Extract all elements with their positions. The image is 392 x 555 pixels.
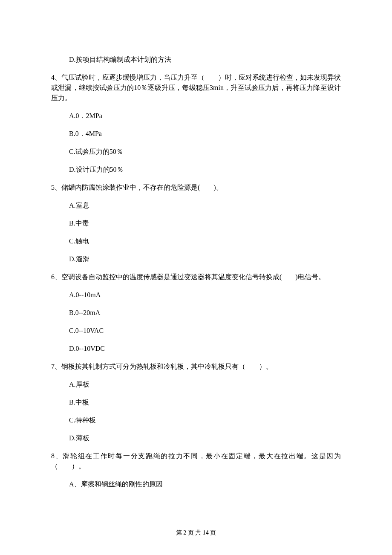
question-4-option-b: B.0．4MPa (69, 129, 341, 139)
page-container: D.按项目结构编制成本计划的方法 4、气压试验时，应逐步缓慢增压力，当压力升至（… (0, 0, 392, 555)
question-5-option-c: C.触电 (69, 236, 341, 246)
question-6-option-b: B.0--20mA (69, 308, 341, 318)
question-5-option-d: D.溜滑 (69, 254, 341, 264)
question-4-option-d: D.设计压力的50％ (69, 165, 341, 175)
question-6-stem: 6、空调设备自动监控中的温度传感器是通过变送器将其温度变化信号转换成( )电信号… (51, 272, 341, 282)
question-4-option-c: C.试验压力的50％ (69, 147, 341, 157)
question-7-stem: 7、钢板按其轧制方式可分为热轧板和冷轧板，其中冷轧板只有（ ）。 (51, 361, 341, 372)
question-6-option-a: A.0--10mA (69, 290, 341, 300)
question-3-option-d: D.按项目结构编制成本计划的方法 (69, 55, 341, 65)
question-5-option-b: B.中毒 (69, 218, 341, 228)
question-7-option-a: A.厚板 (69, 379, 341, 390)
question-6-option-d: D.0--10VDC (69, 344, 341, 354)
question-7-option-c: C.特种板 (69, 415, 341, 425)
question-8-option-a: A、摩擦和钢丝绳的刚性的原因 (69, 479, 341, 489)
question-5-option-a: A.室息 (69, 200, 341, 211)
question-5-stem: 5、储罐内防腐蚀涂装作业中，不存在的危险源是( )。 (51, 182, 341, 193)
question-7-option-d: D.薄板 (69, 433, 341, 443)
question-8-stem: 8、滑轮组在工作时每一分支跑绳的拉力不同，最小在固定端，最大在拉出端。这是因为（… (51, 451, 341, 471)
question-7-option-b: B.中板 (69, 397, 341, 408)
question-4-option-a: A.0．2MPa (69, 111, 341, 121)
page-footer: 第 2 页 共 14 页 (0, 528, 392, 537)
question-4-stem: 4、气压试验时，应逐步缓慢增压力，当压力升至（ ）时，应对系统进行检查，如未发现… (51, 72, 341, 103)
question-6-option-c: C.0--10VAC (69, 326, 341, 336)
